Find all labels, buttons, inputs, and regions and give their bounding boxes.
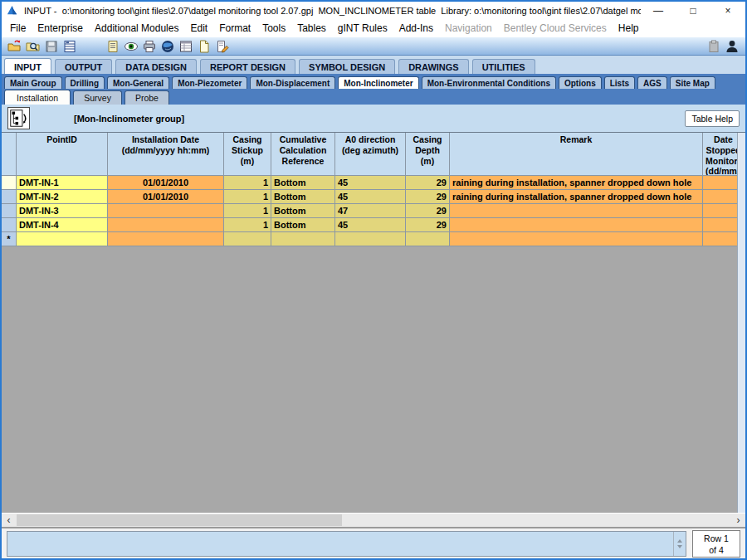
cell-date-stopped-monitoring[interactable] xyxy=(703,218,737,232)
cell-installation-date[interactable] xyxy=(108,204,224,218)
cell-pointid[interactable]: DMT-IN-3 xyxy=(17,204,108,218)
tab-survey[interactable]: Survey xyxy=(73,90,122,105)
cell-remark[interactable]: raining during installation, spanner dro… xyxy=(450,190,703,204)
tab-site-map[interactable]: Site Map xyxy=(670,76,715,89)
project-explorer-icon[interactable] xyxy=(62,39,77,54)
cell-casing-depth[interactable]: 29 xyxy=(406,190,450,204)
cell-casing-stickup[interactable]: 1 xyxy=(224,218,271,232)
tab-mon-inclinometer[interactable]: Mon-Inclinometer xyxy=(338,76,418,89)
globe-icon[interactable] xyxy=(160,39,175,54)
menu-item-tools[interactable]: Tools xyxy=(256,20,291,37)
tab-utilities[interactable]: UTILITIES xyxy=(472,59,535,74)
tab-main-group[interactable]: Main Group xyxy=(4,76,62,89)
tab-mon-environmental-conditions[interactable]: Mon-Environmental Conditions xyxy=(422,76,556,89)
cell-casing-stickup[interactable]: 1 xyxy=(224,204,271,218)
tab-data-design[interactable]: DATA DESIGN xyxy=(115,59,197,74)
properties-grid-icon[interactable] xyxy=(178,39,193,54)
table-help-button[interactable]: Table Help xyxy=(685,110,740,127)
script-icon[interactable] xyxy=(105,39,120,54)
preview-eye-icon[interactable] xyxy=(124,39,139,54)
cell-a0-direction[interactable]: 45 xyxy=(335,218,406,232)
cell-installation-date[interactable]: 01/01/2010 xyxy=(108,176,224,190)
tab-probe[interactable]: Probe xyxy=(124,90,169,105)
cell-cumulative-calculation-reference[interactable] xyxy=(271,232,335,246)
edit-box-spinner[interactable] xyxy=(673,532,686,556)
cell-pointid[interactable]: DMT-IN-1 xyxy=(17,176,108,190)
file-search-icon[interactable] xyxy=(26,39,41,54)
cell-date-stopped-monitoring[interactable] xyxy=(703,176,737,190)
menu-item-tables[interactable]: Tables xyxy=(291,20,332,37)
menu-item-enterprise[interactable]: Enterprise xyxy=(32,20,89,37)
menu-item-additional-modules[interactable]: Additional Modules xyxy=(89,20,184,37)
menu-item-edit[interactable]: Edit xyxy=(184,20,213,37)
tab-report-design[interactable]: REPORT DESIGN xyxy=(200,59,295,74)
scrollbar-thumb[interactable] xyxy=(17,514,342,526)
cell-pointid[interactable]: DMT-IN-2 xyxy=(17,190,108,204)
tab-input[interactable]: INPUT xyxy=(4,58,51,74)
tab-drilling[interactable]: Drilling xyxy=(65,76,105,89)
edit-document-icon[interactable] xyxy=(215,39,230,54)
cell-date-stopped-monitoring[interactable] xyxy=(703,204,737,218)
cell-date-stopped-monitoring[interactable] xyxy=(703,190,737,204)
cell-casing-depth[interactable]: 29 xyxy=(406,176,450,190)
menu-item-add-ins[interactable]: Add-Ins xyxy=(393,20,439,37)
menu-item-help[interactable]: Help xyxy=(613,20,645,37)
close-button[interactable]: × xyxy=(710,2,745,19)
cell-casing-stickup[interactable]: 1 xyxy=(224,176,271,190)
print-icon[interactable] xyxy=(142,39,157,54)
cell-remark[interactable]: raining during installation, spanner dro… xyxy=(450,176,703,190)
tab-mon-piezometer[interactable]: Mon-Piezometer xyxy=(172,76,247,89)
scroll-right-arrow[interactable]: › xyxy=(731,514,745,527)
cell-edit-box[interactable] xyxy=(7,531,686,557)
row-selector[interactable] xyxy=(2,218,17,232)
row-selector[interactable]: * xyxy=(2,232,17,246)
tab-drawings[interactable]: DRAWINGS xyxy=(398,59,469,74)
tab-installation[interactable]: Installation xyxy=(4,90,71,105)
cell-installation-date[interactable] xyxy=(108,232,224,246)
minimize-button[interactable]: — xyxy=(641,2,676,19)
cell-casing-depth[interactable]: 29 xyxy=(406,204,450,218)
maximize-button[interactable]: □ xyxy=(676,2,710,19)
cell-cumulative-calculation-reference[interactable]: Bottom xyxy=(271,204,335,218)
menu-item-gint-rules[interactable]: gINT Rules xyxy=(332,20,393,37)
cell-cumulative-calculation-reference[interactable]: Bottom xyxy=(271,218,335,232)
row-selector[interactable] xyxy=(2,176,17,190)
scroll-left-arrow[interactable]: ‹ xyxy=(2,514,16,527)
new-document-icon[interactable] xyxy=(197,39,212,54)
cell-remark[interactable] xyxy=(450,232,703,246)
cell-casing-stickup[interactable]: 1 xyxy=(224,190,271,204)
cell-a0-direction[interactable]: 45 xyxy=(335,190,406,204)
spinner-down-icon[interactable] xyxy=(677,545,682,548)
spinner-up-icon[interactable] xyxy=(677,539,682,543)
cell-date-stopped-monitoring[interactable] xyxy=(703,232,737,246)
tab-ags[interactable]: AGS xyxy=(637,76,667,89)
cell-a0-direction[interactable]: 47 xyxy=(335,204,406,218)
group-tree-button[interactable] xyxy=(7,107,30,129)
tab-options[interactable]: Options xyxy=(559,76,602,89)
save-icon[interactable] xyxy=(44,39,59,54)
cell-installation-date[interactable]: 01/01/2010 xyxy=(108,190,224,204)
row-selector[interactable] xyxy=(2,190,17,204)
cell-pointid[interactable] xyxy=(17,232,108,246)
cell-a0-direction[interactable] xyxy=(335,232,406,246)
cell-cumulative-calculation-reference[interactable]: Bottom xyxy=(271,190,335,204)
tab-mon-displacement[interactable]: Mon-Displacement xyxy=(250,76,335,89)
tab-lists[interactable]: Lists xyxy=(604,76,635,89)
user-icon[interactable] xyxy=(725,39,740,54)
open-project-icon[interactable] xyxy=(7,39,22,54)
vertical-scrollbar-track[interactable] xyxy=(737,133,745,513)
cell-casing-depth[interactable] xyxy=(406,232,450,246)
tab-output[interactable]: OUTPUT xyxy=(55,59,112,74)
cell-casing-stickup[interactable] xyxy=(224,232,271,246)
tab-symbol-design[interactable]: SYMBOL DESIGN xyxy=(299,59,395,74)
menu-item-file[interactable]: File xyxy=(4,20,32,37)
menu-item-format[interactable]: Format xyxy=(213,20,256,37)
cell-pointid[interactable]: DMT-IN-4 xyxy=(17,218,108,232)
cell-a0-direction[interactable]: 45 xyxy=(335,176,406,190)
cell-casing-depth[interactable]: 29 xyxy=(406,218,450,232)
clipboard-icon[interactable] xyxy=(706,39,721,54)
cell-remark[interactable] xyxy=(450,218,703,232)
cell-installation-date[interactable] xyxy=(108,218,224,232)
cell-remark[interactable] xyxy=(450,204,703,218)
tab-mon-general[interactable]: Mon-General xyxy=(107,76,169,89)
